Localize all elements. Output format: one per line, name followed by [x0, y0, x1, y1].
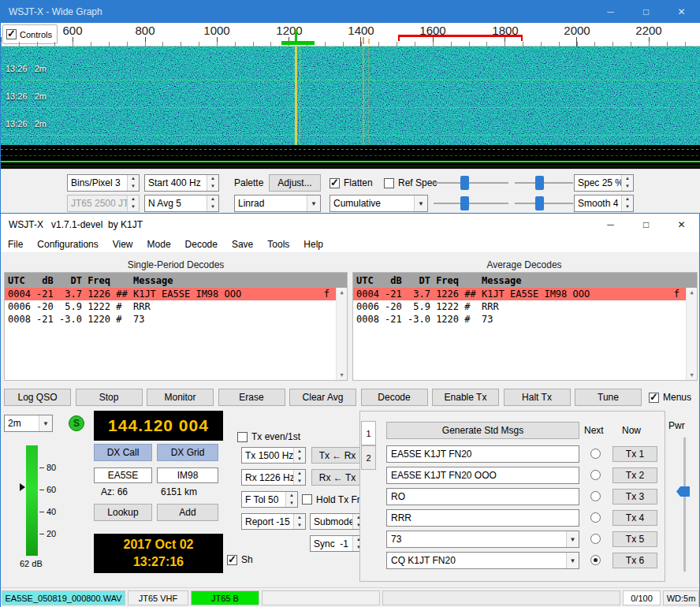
- spin-arrows-icon[interactable]: ▲▼: [127, 175, 139, 191]
- tx1-next-radio[interactable]: [590, 449, 601, 459]
- spec-percent-spin[interactable]: Spec 25 %▲▼: [574, 174, 634, 192]
- lookup-button[interactable]: Lookup: [94, 504, 152, 521]
- spectrum-gain-slider[interactable]: [434, 195, 508, 212]
- menu-save[interactable]: Save: [225, 236, 260, 252]
- tx6-message-combo[interactable]: CQ K1JT FN20▼: [386, 552, 579, 569]
- decode-button[interactable]: Decode: [361, 389, 428, 406]
- scrollbar[interactable]: ▲▼: [336, 288, 347, 380]
- tx4-next-radio[interactable]: [590, 512, 601, 523]
- tx6-now-button[interactable]: Tx 6: [612, 553, 657, 568]
- spin-arrows-icon[interactable]: ▲▼: [293, 470, 305, 485]
- maximize-button[interactable]: □: [628, 214, 664, 236]
- decode-list[interactable]: 0004 -21 3.7 1226 ## K1JT EA5SE IM98 OOO…: [5, 288, 347, 380]
- slider-handle[interactable]: [460, 176, 469, 190]
- stop-button[interactable]: Stop: [76, 389, 143, 406]
- pwr-slider[interactable]: [683, 438, 686, 572]
- waterfall-zero-slider[interactable]: [515, 174, 573, 192]
- waterfall-display[interactable]: 13:26 2m 13:26 2m 13:26 2m: [1, 47, 700, 145]
- start-freq-spin[interactable]: Start 400 Hz▲▼: [144, 174, 219, 192]
- menu-help[interactable]: Help: [296, 236, 330, 252]
- clear-avg-button[interactable]: Clear Avg: [289, 389, 356, 406]
- maximize-button[interactable]: □: [628, 1, 664, 23]
- halt-tx-button[interactable]: Halt Tx: [504, 389, 571, 406]
- tx3-now-button[interactable]: Tx 3: [612, 489, 657, 505]
- scroll-down-icon[interactable]: ▼: [340, 372, 343, 378]
- log-qso-button[interactable]: Log QSO: [4, 389, 71, 406]
- tx2-next-radio[interactable]: [590, 470, 601, 480]
- ref-spec-checkbox[interactable]: Ref Spec: [384, 174, 437, 192]
- tx-freq-spin[interactable]: Tx 1500 Hz▲▼: [241, 447, 306, 464]
- menu-tools[interactable]: Tools: [260, 236, 296, 252]
- tx5-message-combo[interactable]: 73▼: [386, 531, 579, 548]
- pwr-slider-handle[interactable]: [676, 486, 690, 497]
- tx2-message-field[interactable]: EA5SE K1JT FN20 OOO: [386, 467, 579, 484]
- decode-row[interactable]: 0008 -21 -3.0 1220 # 73: [353, 313, 686, 326]
- tx2-now-button[interactable]: Tx 2: [612, 467, 657, 483]
- scrollbar[interactable]: ▲▼: [686, 288, 697, 380]
- spectrum-display[interactable]: [1, 145, 700, 169]
- dx-grid-field[interactable]: IM98: [157, 467, 218, 483]
- scroll-up-icon[interactable]: ▲: [340, 289, 343, 296]
- rx-freq-spin[interactable]: Rx 1226 Hz▲▼: [241, 469, 306, 486]
- spin-arrows-icon[interactable]: ▲▼: [621, 196, 633, 211]
- bins-pixel-spin[interactable]: Bins/Pixel 3▲▼: [67, 174, 140, 192]
- chevron-down-icon[interactable]: ▼: [566, 553, 579, 568]
- spectrum-mode-combo[interactable]: Cumulative▼: [330, 195, 428, 212]
- report-spin[interactable]: Report -15▲▼: [241, 513, 306, 530]
- palette-combo[interactable]: Linrad▼: [234, 195, 321, 212]
- adjust-button[interactable]: Adjust...: [269, 174, 321, 192]
- band-combo[interactable]: 2m▼: [4, 415, 53, 432]
- dx-call-field[interactable]: EA5SE: [94, 467, 152, 483]
- slider-handle[interactable]: [535, 176, 544, 190]
- menu-file[interactable]: File: [1, 236, 30, 252]
- erase-button[interactable]: Erase: [218, 389, 285, 406]
- chevron-down-icon[interactable]: ▼: [307, 196, 320, 211]
- close-button[interactable]: ✕: [664, 1, 699, 23]
- slider-handle[interactable]: [460, 196, 469, 210]
- tab-2[interactable]: 2: [361, 445, 376, 470]
- minimize-button[interactable]: ─: [593, 214, 628, 236]
- tx1-now-button[interactable]: Tx 1: [612, 446, 657, 462]
- spin-arrows-icon[interactable]: ▲▼: [285, 492, 297, 507]
- tx5-now-button[interactable]: Tx 5: [612, 531, 657, 547]
- f-tol-spin[interactable]: F Tol 50▲▼: [241, 491, 298, 508]
- waterfall-gain-slider[interactable]: [434, 174, 508, 192]
- dx-call-button[interactable]: DX Call: [94, 444, 152, 461]
- tx3-message-field[interactable]: RO: [386, 488, 579, 505]
- slider-handle[interactable]: [535, 196, 544, 210]
- dx-grid-button[interactable]: DX Grid: [157, 444, 218, 461]
- submode-spin[interactable]: Submode B▲▼: [310, 513, 365, 530]
- chevron-down-icon[interactable]: ▼: [414, 196, 427, 211]
- chevron-down-icon[interactable]: ▼: [39, 415, 52, 431]
- tx-from-rx-button[interactable]: Tx ← Rx: [311, 447, 363, 464]
- rx-from-tx-button[interactable]: Rx ← Tx: [311, 469, 363, 486]
- chevron-down-icon[interactable]: ▼: [566, 531, 579, 547]
- tx1-message-field[interactable]: EA5SE K1JT FN20: [386, 445, 579, 463]
- spin-arrows-icon[interactable]: ▲▼: [207, 196, 218, 211]
- tx-even-checkbox[interactable]: Tx even/1st: [237, 428, 300, 445]
- decode-row[interactable]: 0006 -20 5.9 1222 # RRR: [353, 300, 686, 313]
- menu-view[interactable]: View: [106, 236, 140, 252]
- enable-tx-button[interactable]: Enable Tx: [432, 389, 499, 406]
- spin-arrows-icon[interactable]: ▲▼: [293, 514, 305, 529]
- menu-configurations[interactable]: Configurations: [30, 236, 105, 252]
- generate-std-msgs-button[interactable]: Generate Std Msgs: [386, 422, 579, 439]
- sh-checkbox[interactable]: Sh: [227, 551, 253, 568]
- decode-row[interactable]: 0008 -21 -3.0 1220 # 73: [5, 313, 336, 326]
- tx4-message-field[interactable]: RRR: [386, 509, 579, 527]
- minimize-button[interactable]: ─: [593, 1, 628, 23]
- n-avg-spin[interactable]: N Avg 5▲▼: [144, 195, 219, 212]
- monitor-button[interactable]: Monitor: [147, 389, 214, 406]
- tx3-next-radio[interactable]: [590, 491, 601, 501]
- decode-row[interactable]: 0006 -20 5.9 1222 # RRR: [5, 300, 336, 313]
- spin-arrows-icon[interactable]: ▲▼: [293, 448, 305, 463]
- menu-decode[interactable]: Decode: [178, 236, 225, 252]
- tx4-now-button[interactable]: Tx 4: [612, 510, 657, 526]
- scroll-up-icon[interactable]: ▲: [690, 289, 693, 296]
- spectrum-zero-slider[interactable]: [515, 195, 573, 212]
- spin-arrows-icon[interactable]: ▲▼: [621, 175, 633, 191]
- menu-mode[interactable]: Mode: [140, 236, 178, 252]
- decode-row[interactable]: 0004 -21 3.7 1226 ## K1JT EA5SE IM98 OOO…: [353, 288, 686, 300]
- menus-checkbox[interactable]: Menus: [649, 389, 691, 406]
- tune-button[interactable]: Tune: [575, 389, 642, 406]
